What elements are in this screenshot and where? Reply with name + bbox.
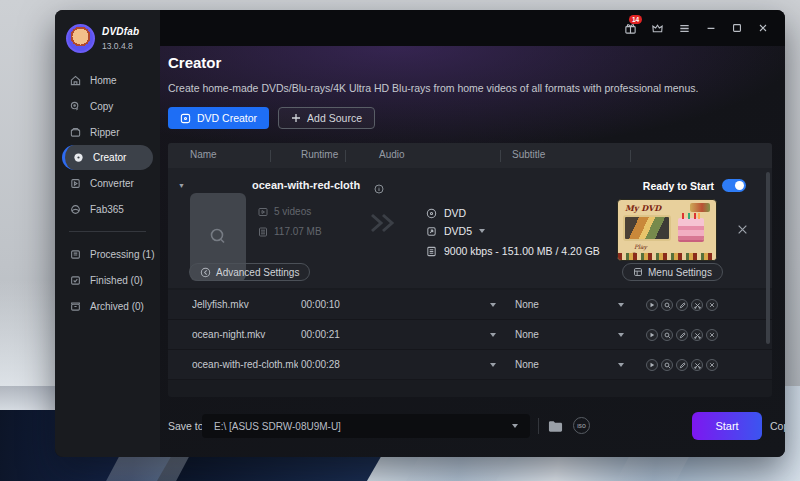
menu-cake-graphic bbox=[678, 218, 704, 240]
edit-icon[interactable] bbox=[676, 359, 688, 371]
start-button[interactable]: Start bbox=[692, 412, 762, 440]
delete-icon[interactable] bbox=[706, 359, 718, 371]
project-video-count: 5 videos bbox=[274, 206, 311, 217]
sidebar-divider bbox=[69, 231, 146, 232]
preview-icon[interactable] bbox=[661, 359, 673, 371]
scissors-icon[interactable] bbox=[691, 299, 703, 311]
sidebar-item-creator[interactable]: Creator bbox=[62, 145, 153, 170]
info-icon[interactable] bbox=[374, 180, 384, 198]
add-source-button[interactable]: Add Source bbox=[278, 107, 375, 129]
preview-icon[interactable] bbox=[661, 329, 673, 341]
video-count-icon bbox=[258, 207, 268, 217]
creator-icon bbox=[73, 152, 84, 163]
minimize-icon[interactable] bbox=[705, 22, 717, 34]
sidebar-item-fab365[interactable]: Fab365 bbox=[55, 196, 160, 222]
video-row[interactable]: ocean-with-red-cloth.mkv 00:00:28 None bbox=[168, 350, 772, 380]
sidebar-item-home[interactable]: Home bbox=[55, 67, 160, 93]
edit-icon[interactable] bbox=[676, 329, 688, 341]
ready-toggle[interactable] bbox=[722, 179, 746, 192]
gift-icon[interactable]: 14 bbox=[624, 22, 637, 35]
advanced-settings-button[interactable]: Advanced Settings bbox=[189, 263, 310, 281]
sidebar-item-converter[interactable]: Converter bbox=[55, 170, 160, 196]
video-name: ocean-with-red-cloth.mkv bbox=[192, 359, 298, 370]
menu-settings-button[interactable]: Menu Settings bbox=[622, 263, 723, 281]
sidebar-item-ripper[interactable]: Ripper bbox=[55, 119, 160, 145]
processing-icon bbox=[70, 249, 81, 260]
column-runtime[interactable]: Runtime bbox=[301, 149, 338, 160]
sidebar-item-label: Finished (0) bbox=[90, 275, 143, 286]
video-name: Jellyfish.mkv bbox=[192, 299, 298, 310]
delete-icon[interactable] bbox=[706, 299, 718, 311]
audio-select-caret[interactable] bbox=[490, 333, 496, 337]
iso-icon[interactable]: ISO bbox=[573, 417, 590, 434]
video-row[interactable]: Jellyfish.mkv 00:00:10 None bbox=[168, 290, 772, 320]
collapse-expander-icon[interactable]: ▼ bbox=[178, 182, 185, 189]
maximize-icon[interactable] bbox=[731, 22, 743, 34]
add-source-label: Add Source bbox=[307, 112, 362, 124]
status-text: Ready to Start bbox=[643, 180, 714, 192]
crown-icon[interactable] bbox=[651, 22, 664, 35]
sidebar-item-processing[interactable]: Processing (1) bbox=[55, 241, 160, 267]
video-name: ocean-night.mkv bbox=[192, 329, 298, 340]
copies-label: Copies: bbox=[770, 420, 785, 432]
size-icon bbox=[258, 227, 268, 237]
bitrate-value: 9000 kbps - 151.00 MB / 4.20 GB bbox=[444, 245, 600, 257]
remove-project-icon[interactable] bbox=[737, 221, 748, 239]
sidebar-item-label: Creator bbox=[93, 152, 126, 163]
ripper-icon bbox=[70, 127, 81, 138]
sidebar-item-label: Processing (1) bbox=[90, 249, 154, 260]
scrollbar-thumb[interactable] bbox=[766, 172, 770, 344]
menu-preview[interactable]: My DVD Play Scenes bbox=[617, 199, 717, 261]
destination-select[interactable]: E:\ [ASUS SDRW-08U9M-U] bbox=[202, 414, 530, 438]
menu-icon[interactable] bbox=[678, 22, 691, 35]
play-icon[interactable] bbox=[646, 299, 658, 311]
footer-divider bbox=[538, 418, 539, 434]
audio-select-caret[interactable] bbox=[490, 363, 496, 367]
column-subtitle[interactable]: Subtitle bbox=[512, 149, 545, 160]
audio-select-caret[interactable] bbox=[490, 303, 496, 307]
delete-icon[interactable] bbox=[706, 329, 718, 341]
titlebar: 14 bbox=[160, 10, 785, 46]
destination-value: E:\ [ASUS SDRW-08U9M-U] bbox=[214, 421, 341, 432]
menu-ornament bbox=[690, 203, 710, 212]
sidebar-item-label: Home bbox=[90, 75, 117, 86]
video-runtime: 00:00:10 bbox=[301, 299, 340, 310]
subtitle-select-caret[interactable] bbox=[618, 363, 624, 367]
preview-icon[interactable] bbox=[661, 299, 673, 311]
subtitle-select-caret[interactable] bbox=[618, 333, 624, 337]
sidebar-item-copy[interactable]: Copy bbox=[55, 93, 160, 119]
finished-icon bbox=[70, 275, 81, 286]
table-header: Name Runtime Audio Subtitle bbox=[168, 143, 772, 168]
sidebar-item-archived[interactable]: Archived (0) bbox=[55, 293, 160, 319]
folder-icon[interactable] bbox=[548, 419, 563, 437]
subtitle-select-caret[interactable] bbox=[618, 303, 624, 307]
edit-icon[interactable] bbox=[676, 299, 688, 311]
video-row[interactable]: ocean-night.mkv 00:00:21 None bbox=[168, 320, 772, 350]
play-icon[interactable] bbox=[646, 329, 658, 341]
bitrate-icon bbox=[426, 246, 437, 257]
scissors-icon[interactable] bbox=[691, 359, 703, 371]
page-title: Creator bbox=[168, 54, 221, 71]
subtitle-value: None bbox=[515, 359, 539, 370]
menu-settings-icon bbox=[633, 267, 643, 277]
sidebar-item-finished[interactable]: Finished (0) bbox=[55, 267, 160, 293]
chevron-down-icon bbox=[479, 229, 485, 233]
project-size: 117.07 MB bbox=[274, 226, 322, 237]
column-name[interactable]: Name bbox=[190, 149, 217, 160]
scissors-icon[interactable] bbox=[691, 329, 703, 341]
menu-stripe bbox=[618, 253, 716, 260]
subtitle-value: None bbox=[515, 329, 539, 340]
disc-size-value: DVD5 bbox=[444, 225, 472, 237]
app-logo[interactable]: DVDfab 13.0.4.8 bbox=[55, 24, 160, 53]
fab365-icon bbox=[70, 204, 81, 215]
close-icon[interactable] bbox=[757, 22, 769, 34]
sidebar-item-label: Converter bbox=[90, 178, 134, 189]
dvd-creator-mode-button[interactable]: DVD Creator bbox=[168, 107, 269, 129]
menu-settings-label: Menu Settings bbox=[648, 267, 712, 278]
column-audio[interactable]: Audio bbox=[379, 149, 405, 160]
play-icon[interactable] bbox=[646, 359, 658, 371]
magnifier-icon bbox=[207, 226, 229, 248]
archived-icon bbox=[70, 301, 81, 312]
creator-page: Creator Create home-made DVDs/Blu-rays/4… bbox=[160, 46, 785, 457]
disc-size-select[interactable]: DVD5 bbox=[426, 225, 485, 237]
